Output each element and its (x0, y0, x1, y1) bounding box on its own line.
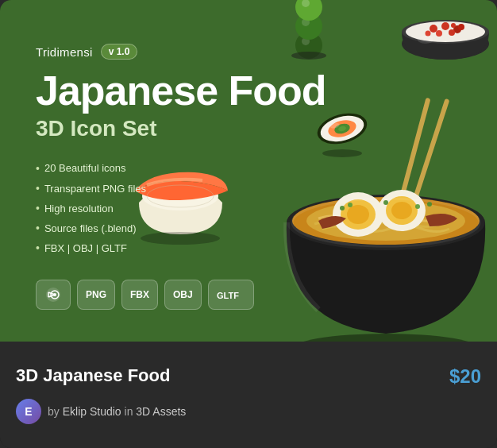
author-connector: in (125, 405, 133, 418)
gltf-icon: GLTF (217, 287, 245, 303)
svg-point-12 (441, 22, 449, 30)
feature-item: 20 Beautiful icons (36, 159, 326, 179)
brand-name: Tridimensi (36, 45, 93, 59)
svg-point-38 (347, 205, 369, 224)
svg-point-15 (449, 29, 455, 36)
format-badges: PNG FBX OBJ GLTF (36, 280, 326, 310)
product-info-row: 3D Japanese Food $20 (16, 365, 481, 388)
main-title: Japanese Food (36, 69, 326, 113)
svg-point-44 (383, 200, 388, 205)
gltf-badge: GLTF (208, 280, 254, 310)
blender-icon (44, 286, 62, 303)
png-badge: PNG (77, 280, 115, 310)
author-text: by Eklip Studio in 3D Assets (48, 405, 186, 418)
author-row: E by Eklip Studio in 3D Assets (16, 399, 481, 424)
svg-text:GLTF: GLTF (217, 291, 239, 300)
feature-item: Transparent PNG files (36, 179, 326, 199)
bottom-section: 3D Japanese Food $20 E by Eklip Studio i… (0, 342, 497, 448)
svg-point-32 (291, 334, 481, 342)
svg-point-19 (418, 36, 433, 44)
author-prefix: by (48, 405, 60, 418)
svg-point-14 (436, 30, 442, 37)
bowl-decoration (398, 0, 493, 68)
product-title: 3D Japanese Food (16, 365, 170, 386)
fbx-badge: FBX (121, 280, 158, 310)
avatar-letter: E (25, 405, 32, 418)
sub-title: 3D Icon Set (36, 116, 326, 141)
product-card: Tridimensi v 1.0 Japanese Food 3D Icon S… (0, 0, 497, 448)
version-badge: v 1.0 (101, 44, 138, 60)
svg-point-42 (340, 206, 345, 210)
svg-point-41 (391, 202, 412, 219)
category-link[interactable]: 3D Assets (136, 405, 186, 418)
price-label: $20 (449, 365, 481, 388)
feature-item: FBX | OBJ | GLTF (36, 238, 326, 258)
features-list: 20 Beautiful icons Transparent PNG files… (36, 159, 326, 259)
svg-point-43 (348, 203, 353, 207)
obj-badge: OBJ (164, 280, 202, 310)
svg-point-18 (451, 23, 456, 28)
svg-point-11 (430, 25, 437, 33)
author-avatar: E (16, 399, 41, 424)
product-banner: Tridimensi v 1.0 Japanese Food 3D Icon S… (0, 0, 497, 342)
banner-text-content: Tridimensi v 1.0 Japanese Food 3D Icon S… (36, 44, 326, 310)
brand-row: Tridimensi v 1.0 (36, 44, 326, 60)
svg-point-17 (426, 31, 431, 37)
svg-point-16 (458, 24, 464, 30)
feature-item: Source files (.blend) (36, 218, 326, 238)
svg-point-45 (415, 204, 420, 209)
author-name[interactable]: Eklip Studio (63, 405, 121, 418)
feature-item: High resolution (36, 199, 326, 218)
blender-badge (36, 280, 71, 310)
